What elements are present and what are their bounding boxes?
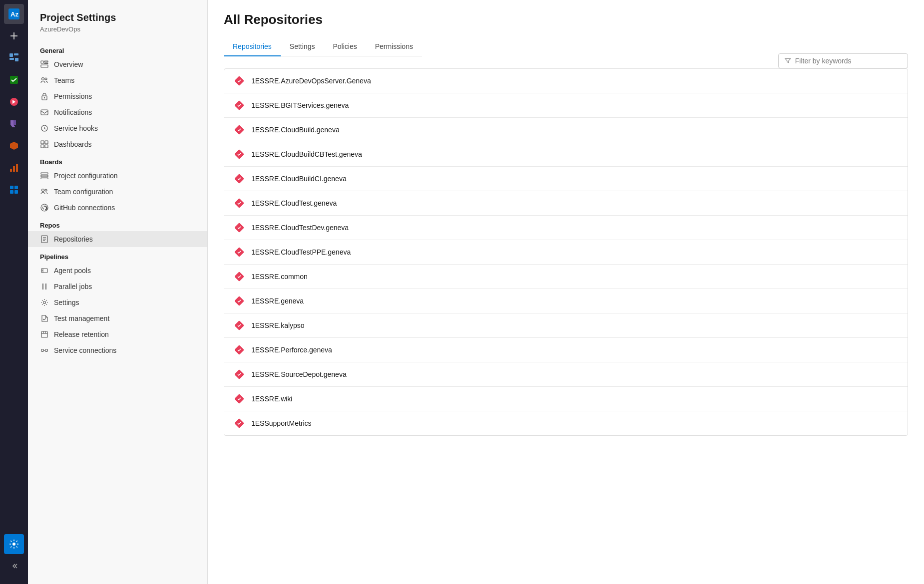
- section-general: General: [28, 41, 207, 56]
- svg-point-27: [44, 97, 45, 98]
- add-icon[interactable]: [4, 26, 24, 46]
- svg-rect-32: [41, 145, 44, 148]
- list-item[interactable]: 1ESSRE.common: [224, 265, 908, 289]
- svg-point-38: [45, 189, 47, 191]
- main-page-title: All Repositories: [224, 12, 908, 27]
- list-item[interactable]: 1ESSRE.geneva: [224, 289, 908, 313]
- sidebar-item-agent-pools[interactable]: Agent pools: [28, 263, 207, 279]
- pipeline-settings-label: Settings: [54, 298, 79, 306]
- repositories-label: Repositories: [54, 235, 93, 243]
- filter-icon: [785, 57, 791, 64]
- svg-rect-22: [44, 63, 48, 64]
- svg-marker-11: [10, 142, 18, 150]
- repo-name: 1ESSRE.CloudTestDev.geneva: [251, 224, 349, 232]
- sidebar-item-permissions[interactable]: Permissions: [28, 88, 207, 104]
- sidebar-item-github[interactable]: GitHub connections: [28, 200, 207, 216]
- sidebar-item-team-config[interactable]: Team configuration: [28, 184, 207, 200]
- list-item[interactable]: 1ESSRE.CloudBuildCBTest.geneva: [224, 142, 908, 167]
- svg-rect-17: [10, 190, 13, 194]
- repo-name: 1ESSRE.CloudTestPPE.geneva: [251, 248, 351, 256]
- svg-point-55: [45, 349, 48, 352]
- list-item[interactable]: 1ESSRE.BGITServices.geneva: [224, 93, 908, 118]
- agent-pools-label: Agent pools: [54, 267, 91, 275]
- repo-diamond-icon: [234, 125, 244, 135]
- artifacts-nav-icon[interactable]: [4, 136, 24, 156]
- sidebar-item-repositories[interactable]: Repositories: [28, 231, 207, 247]
- dashboards-label: Dashboards: [54, 140, 92, 148]
- svg-rect-6: [9, 58, 14, 60]
- tab-repositories[interactable]: Repositories: [224, 37, 281, 56]
- list-item[interactable]: 1ESSRE.wiki: [224, 387, 908, 411]
- sidebar-item-overview[interactable]: Overview: [28, 56, 207, 72]
- test-nav-icon[interactable]: [4, 114, 24, 134]
- sidebar-item-dashboards[interactable]: Dashboards: [28, 136, 207, 152]
- sidebar-item-service-connections[interactable]: Service connections: [28, 342, 207, 358]
- collapse-icon[interactable]: [4, 556, 24, 576]
- tab-permissions[interactable]: Permissions: [366, 37, 422, 56]
- repo-diamond-icon: [234, 223, 244, 233]
- list-item[interactable]: 1ESSRE.Perforce.geneva: [224, 338, 908, 362]
- repo-name: 1ESSRE.CloudBuild.geneva: [251, 126, 340, 134]
- section-pipelines: Pipelines: [28, 247, 207, 263]
- filter-input-wrap[interactable]: [778, 53, 908, 68]
- repo-name: 1ESSRE.BGITServices.geneva: [251, 101, 349, 109]
- section-repos: Repos: [28, 216, 207, 231]
- pipelines-nav-icon[interactable]: [4, 92, 24, 112]
- list-item[interactable]: 1ESSRE.AzureDevOpsServer.Geneva: [224, 69, 908, 93]
- analytics-nav-icon[interactable]: [4, 158, 24, 178]
- filter-keywords-input[interactable]: [795, 57, 902, 65]
- list-item[interactable]: 1ESSRE.CloudTest.geneva: [224, 191, 908, 216]
- parallel-jobs-icon: [40, 282, 49, 291]
- repo-name: 1ESSRE.AzureDevOpsServer.Geneva: [251, 77, 371, 85]
- notifications-label: Notifications: [54, 108, 92, 116]
- svg-point-49: [43, 301, 46, 304]
- release-retention-icon: [40, 330, 49, 339]
- azure-devops-home-icon[interactable]: Az: [4, 4, 24, 24]
- svg-point-19: [12, 543, 15, 546]
- list-item[interactable]: 1ESSRE.CloudBuild.geneva: [224, 118, 908, 142]
- list-item[interactable]: 1ESSRE.SourceDepot.geneva: [224, 362, 908, 387]
- sidebar-item-test-management[interactable]: Test management: [28, 310, 207, 326]
- sidebar-item-project-config[interactable]: Project configuration: [28, 168, 207, 184]
- team-config-icon: [40, 187, 49, 196]
- list-item[interactable]: 1ESSRE.kalypso: [224, 313, 908, 338]
- repo-diamond-icon: [234, 418, 244, 428]
- repo-name: 1ESSRE.CloudBuildCI.geneva: [251, 175, 347, 183]
- team-config-label: Team configuration: [54, 188, 113, 196]
- tab-policies[interactable]: Policies: [324, 37, 366, 56]
- list-item[interactable]: 1ESSRE.CloudTestPPE.geneva: [224, 240, 908, 265]
- list-item[interactable]: 1ESSupportMetrics: [224, 411, 908, 435]
- sidebar-item-notifications[interactable]: Notifications: [28, 104, 207, 120]
- release-retention-label: Release retention: [54, 330, 109, 338]
- svg-rect-34: [41, 173, 48, 174]
- svg-rect-20: [41, 61, 43, 63]
- svg-rect-10: [13, 120, 16, 125]
- project-subtitle: AzureDevOps: [28, 25, 207, 41]
- repo-name: 1ESSRE.geneva: [251, 297, 304, 305]
- permissions-icon: [40, 92, 49, 101]
- service-hooks-icon: [40, 124, 49, 133]
- extensions-nav-icon[interactable]: [4, 180, 24, 200]
- svg-rect-18: [14, 190, 18, 194]
- main-content: All Repositories Repositories Settings P…: [208, 0, 924, 584]
- sidebar-item-parallel-jobs[interactable]: Parallel jobs: [28, 279, 207, 294]
- page-title: Project Settings: [28, 8, 207, 25]
- sidebar-item-settings[interactable]: Settings: [28, 294, 207, 310]
- svg-rect-14: [16, 164, 18, 172]
- svg-rect-21: [44, 61, 48, 62]
- repo-diamond-icon: [234, 345, 244, 355]
- svg-point-46: [42, 270, 43, 271]
- sidebar-item-service-hooks[interactable]: Service hooks: [28, 120, 207, 136]
- svg-point-25: [45, 78, 47, 80]
- sidebar-item-release-retention[interactable]: Release retention: [28, 326, 207, 342]
- settings-nav-icon[interactable]: [4, 534, 24, 554]
- agent-pools-icon: [40, 266, 49, 275]
- permissions-label: Permissions: [54, 92, 92, 100]
- checklist-nav-icon[interactable]: [4, 70, 24, 90]
- list-item[interactable]: 1ESSRE.CloudTestDev.geneva: [224, 216, 908, 240]
- tab-settings[interactable]: Settings: [281, 37, 324, 56]
- list-item[interactable]: 1ESSRE.CloudBuildCI.geneva: [224, 167, 908, 191]
- sidebar-item-teams[interactable]: Teams: [28, 72, 207, 88]
- svg-rect-16: [14, 186, 18, 189]
- boards-nav-icon[interactable]: [4, 48, 24, 68]
